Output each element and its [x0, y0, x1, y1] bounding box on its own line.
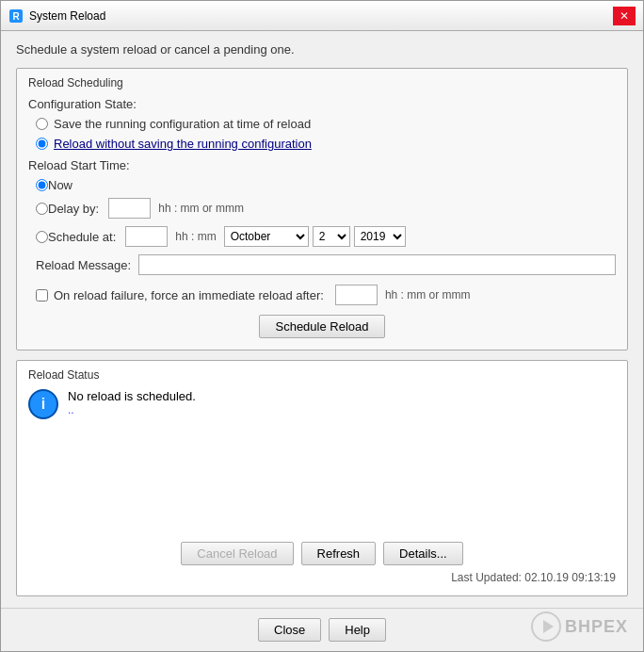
status-content: i No reload is scheduled. ..	[28, 389, 616, 532]
last-updated-text: Last Updated: 02.10.19 09:13:19	[28, 571, 616, 584]
delay-label[interactable]: Delay by:	[48, 202, 99, 216]
message-input[interactable]	[138, 254, 616, 275]
reload-status-group: Reload Status i No reload is scheduled. …	[16, 360, 628, 596]
failure-time-hint: hh : mm or mmm	[385, 288, 471, 302]
system-reload-window: R System Reload ✕ Schedule a system relo…	[0, 0, 644, 652]
schedule-btn-row: Schedule Reload	[28, 315, 616, 338]
schedule-radio[interactable]	[36, 231, 48, 243]
window-title: System Reload	[29, 9, 613, 23]
reload-status-label: Reload Status	[28, 368, 616, 382]
svg-text:R: R	[12, 11, 20, 22]
close-button[interactable]: Close	[258, 618, 321, 642]
reload-config-row: Reload without saving the running config…	[36, 137, 616, 151]
title-bar: R System Reload ✕	[1, 1, 643, 31]
failure-label[interactable]: On reload failure, force an immediate re…	[54, 288, 324, 302]
config-state-label: Configuration State:	[28, 97, 616, 111]
window-icon: R	[8, 8, 24, 24]
now-row: Now	[36, 178, 616, 192]
schedule-time-hint: hh : mm	[175, 230, 216, 243]
reload-config-radio[interactable]	[36, 138, 48, 150]
schedule-at-row: Schedule at: hh : mm October JanuaryFebr…	[36, 226, 616, 247]
help-button[interactable]: Help	[329, 618, 386, 642]
svg-marker-3	[543, 620, 554, 633]
save-config-row: Save the running configuration at time o…	[36, 117, 616, 131]
schedule-time-input[interactable]	[125, 226, 168, 247]
message-label: Reload Message:	[36, 258, 131, 272]
month-select[interactable]: October JanuaryFebruaryMarch AprilMayJun…	[224, 226, 309, 247]
status-dots: ..	[68, 403, 196, 416]
save-config-label[interactable]: Save the running configuration at time o…	[54, 117, 311, 131]
subtitle-text: Schedule a system reload or cancel a pen…	[16, 42, 628, 57]
brand-icon	[531, 611, 561, 642]
delay-time-hint: hh : mm or mmm	[158, 202, 244, 215]
failure-time-input[interactable]	[335, 285, 378, 305]
now-label[interactable]: Now	[48, 178, 72, 192]
save-config-radio[interactable]	[36, 118, 48, 130]
delay-radio[interactable]	[36, 203, 48, 215]
details-button[interactable]: Details...	[383, 542, 463, 565]
year-select[interactable]: 201920202021	[354, 226, 406, 247]
schedule-reload-button[interactable]: Schedule Reload	[259, 315, 384, 338]
reload-scheduling-group: Reload Scheduling Configuration State: S…	[16, 68, 628, 350]
status-actions: Cancel Reload Refresh Details...	[28, 542, 616, 565]
day-select[interactable]: 21345	[313, 226, 350, 247]
failure-checkbox[interactable]	[36, 289, 48, 302]
delay-row: Delay by: hh : mm or mmm	[36, 198, 616, 219]
failure-row: On reload failure, force an immediate re…	[36, 285, 616, 305]
status-message: No reload is scheduled. ..	[68, 389, 196, 416]
reload-start-label: Reload Start Time:	[28, 158, 616, 172]
close-window-button[interactable]: ✕	[613, 7, 636, 25]
message-row: Reload Message:	[36, 254, 616, 275]
now-radio[interactable]	[36, 179, 48, 191]
status-text: No reload is scheduled.	[68, 389, 196, 403]
info-icon: i	[28, 389, 58, 419]
reload-scheduling-label: Reload Scheduling	[28, 76, 616, 90]
window-body: Schedule a system reload or cancel a pen…	[1, 31, 643, 608]
delay-time-input[interactable]	[108, 198, 151, 219]
reload-config-label[interactable]: Reload without saving the running config…	[54, 137, 312, 151]
brand-logo: BHPEX	[531, 611, 628, 642]
refresh-button[interactable]: Refresh	[301, 542, 377, 565]
brand-text: BHPEX	[565, 617, 628, 637]
footer-bar: Close Help BHPEX	[1, 608, 643, 651]
schedule-label[interactable]: Schedule at:	[48, 230, 116, 244]
cancel-reload-button[interactable]: Cancel Reload	[181, 542, 293, 565]
